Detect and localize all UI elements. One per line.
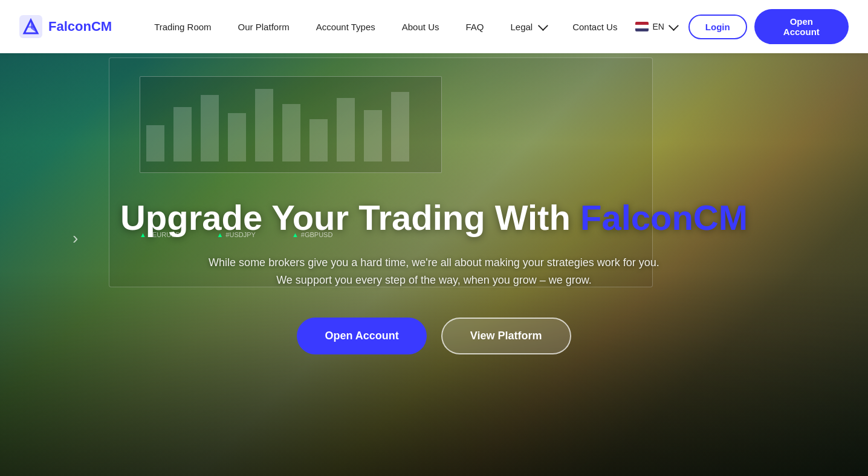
lang-code: EN: [652, 22, 664, 31]
nav-trading-room[interactable]: Trading Room: [141, 0, 224, 53]
carousel-arrow-left[interactable]: ›: [73, 229, 78, 248]
hero-section: ▲ #EURUSD ▲ #USDJPY ▲ #GBPUSD › Upgrade …: [0, 0, 868, 476]
hero-open-account-button[interactable]: Open Account: [297, 318, 426, 354]
hero-view-platform-button[interactable]: View Platform: [441, 318, 571, 354]
flag-us-icon: [635, 22, 649, 31]
logo-text: FalconCM: [48, 19, 112, 34]
hero-buttons: Open Account View Platform: [297, 318, 571, 354]
svg-rect-13: [27, 26, 34, 28]
lang-chevron-down-icon: [669, 21, 679, 31]
hero-title-brand: FalconCM: [580, 198, 748, 237]
hero-subtitle: While some brokers give you a hard time,…: [204, 254, 664, 289]
login-button[interactable]: Login: [688, 15, 747, 39]
nav-faq[interactable]: FAQ: [452, 0, 497, 53]
nav-legal[interactable]: Legal: [497, 0, 559, 53]
language-selector[interactable]: EN: [630, 22, 681, 31]
navbar: FalconCM Trading Room Our Platform Accou…: [0, 0, 868, 53]
logo[interactable]: FalconCM: [19, 15, 112, 38]
open-account-button[interactable]: Open Account: [754, 9, 849, 44]
nav-our-platform[interactable]: Our Platform: [225, 0, 303, 53]
nav-contact-us[interactable]: Contact Us: [559, 0, 630, 53]
nav-about-us[interactable]: About Us: [389, 0, 453, 53]
hero-title: Upgrade Your Trading With FalconCM: [120, 198, 748, 237]
hero-content: Upgrade Your Trading With FalconCM While…: [0, 53, 868, 354]
nav-actions: EN Login Open Account: [630, 9, 849, 44]
nav-account-types[interactable]: Account Types: [303, 0, 389, 53]
legal-chevron-down-icon: [538, 21, 548, 31]
nav-links: Trading Room Our Platform Account Types …: [141, 0, 630, 53]
hero-title-text: Upgrade Your Trading With: [120, 198, 580, 237]
logo-icon: [19, 15, 42, 38]
